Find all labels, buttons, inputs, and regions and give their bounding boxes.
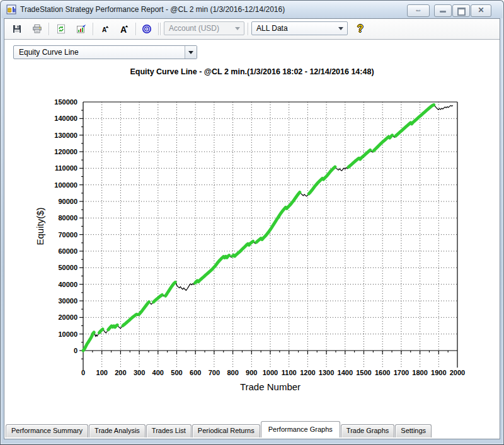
window-title: TradeStation Strategy Performance Report… (20, 1, 285, 18)
svg-text:80000: 80000 (58, 214, 77, 222)
chevron-down-icon (185, 46, 197, 59)
refresh-icon (56, 24, 66, 34)
svg-text:0: 0 (81, 369, 85, 376)
svg-text:400: 400 (152, 369, 164, 376)
svg-text:110000: 110000 (55, 164, 77, 172)
tab-settings[interactable]: Settings (395, 424, 432, 437)
svg-text:900: 900 (246, 369, 257, 376)
tab-performance-graphs[interactable]: Performance Graphs (261, 421, 340, 437)
restore-icon (457, 8, 466, 16)
chevron-down-icon (338, 27, 343, 33)
toolbar-separator (93, 23, 93, 35)
svg-text:2000: 2000 (450, 369, 465, 376)
svg-text:A: A (120, 25, 127, 35)
refresh-button[interactable] (54, 21, 69, 37)
tab-trade-analysis[interactable]: Trade Analysis (89, 424, 146, 437)
svg-text:140000: 140000 (54, 115, 77, 122)
svg-text:Equity($): Equity($) (35, 207, 45, 245)
svg-text:1600: 1600 (375, 369, 390, 376)
svg-text:90000: 90000 (58, 198, 77, 205)
svg-text:1200: 1200 (300, 369, 315, 376)
increase-font-button[interactable]: A (117, 21, 132, 37)
data-range-dropdown-value: ALL Data (256, 24, 288, 33)
account-dropdown[interactable]: Account (USD) (164, 21, 244, 35)
svg-text:500: 500 (171, 369, 182, 376)
report-content: A A Account (USD) (4, 18, 500, 439)
svg-text:130000: 130000 (54, 132, 77, 139)
toolbar-separator (135, 23, 136, 35)
tab-periodical-returns[interactable]: Periodical Returns (192, 424, 260, 437)
print-icon (32, 24, 42, 34)
save-button[interactable] (9, 21, 25, 37)
print-button[interactable] (30, 21, 45, 37)
svg-text:1400: 1400 (338, 369, 353, 376)
svg-text:150000: 150000 (54, 98, 77, 106)
report-tabs: Performance Summary Trade Analysis Trade… (6, 421, 498, 437)
svg-text:120000: 120000 (54, 148, 77, 155)
save-icon (12, 24, 22, 34)
svg-text:30000: 30000 (58, 297, 77, 305)
svg-text:200: 200 (115, 369, 126, 376)
target-button[interactable] (139, 21, 154, 37)
toolbar-separator (49, 23, 49, 35)
tab-performance-summary[interactable]: Performance Summary (6, 424, 88, 437)
svg-text:1900: 1900 (431, 369, 446, 376)
svg-text:40000: 40000 (58, 281, 77, 288)
format-report-icon (76, 24, 86, 34)
svg-text:1500: 1500 (356, 369, 371, 376)
chevron-down-icon (235, 27, 240, 33)
svg-text:Trade Number: Trade Number (240, 381, 301, 392)
svg-text:1800: 1800 (412, 369, 427, 376)
help-button[interactable]: ? (353, 21, 368, 37)
svg-text:10000: 10000 (58, 330, 77, 338)
restore-button[interactable] (452, 4, 470, 17)
toolbar: A A Account (USD) (4, 19, 500, 40)
format-report-button[interactable] (74, 21, 89, 37)
toolbar-separator (248, 23, 248, 35)
svg-text:70000: 70000 (58, 231, 77, 239)
increase-font-icon: A (119, 24, 129, 34)
help-icon: ? (357, 23, 364, 35)
svg-text:800: 800 (227, 369, 238, 376)
svg-text:600: 600 (190, 369, 201, 376)
decrease-font-button[interactable]: A (98, 21, 113, 37)
close-button[interactable]: ✕ (471, 4, 491, 17)
decrease-font-icon: A (100, 24, 110, 34)
tab-trade-graphs[interactable]: Trade Graphs (341, 424, 394, 437)
link-arrows-icon: ⇔ (415, 6, 422, 14)
account-dropdown-value: Account (USD) (169, 24, 219, 33)
tab-trades-list[interactable]: Trades List (146, 424, 192, 437)
minimize-button[interactable] (434, 4, 452, 17)
svg-text:60000: 60000 (58, 247, 77, 255)
window-link-button[interactable]: ⇔ (407, 4, 430, 17)
title-bar[interactable]: TradeStation Strategy Performance Report… (1, 1, 503, 18)
chart-title: Equity Curve Line - @CL 2 min.(1/3/2016 … (4, 67, 500, 76)
svg-text:1000: 1000 (263, 369, 278, 376)
minimize-icon (440, 11, 446, 13)
graph-type-dropdown-value: Equity Curve Line (19, 48, 79, 57)
app-icon (6, 4, 16, 14)
app-window: TradeStation Strategy Performance Report… (0, 0, 504, 445)
svg-text:1100: 1100 (282, 369, 297, 376)
svg-text:20000: 20000 (58, 313, 77, 321)
close-icon: ✕ (478, 6, 484, 14)
toolbar-separator (160, 23, 161, 35)
data-range-dropdown[interactable]: ALL Data (251, 21, 348, 35)
svg-text:100: 100 (96, 369, 108, 376)
svg-text:300: 300 (134, 369, 145, 376)
svg-text:50000: 50000 (58, 264, 77, 271)
equity-curve-chart: 0100002000030000400005000060000700008000… (4, 79, 502, 424)
graph-type-dropdown[interactable]: Equity Curve Line (13, 45, 197, 59)
svg-text:700: 700 (209, 369, 220, 376)
target-icon (142, 24, 152, 34)
svg-text:A: A (102, 26, 106, 33)
svg-text:1300: 1300 (319, 369, 334, 376)
toolbar-separator (158, 23, 159, 35)
svg-text:100000: 100000 (54, 181, 77, 189)
svg-text:0: 0 (74, 347, 77, 354)
svg-text:1700: 1700 (394, 369, 409, 376)
